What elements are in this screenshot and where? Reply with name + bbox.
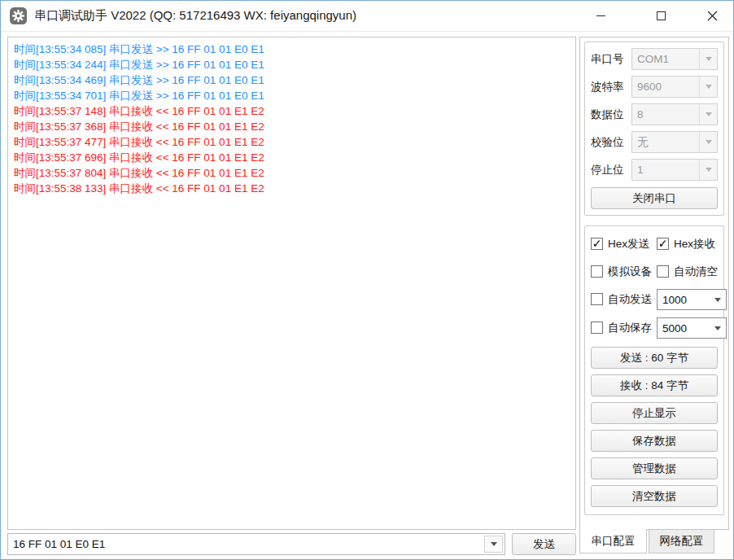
log-line: 时间[13:55:37 477] 串口接收 << 16 FF 01 01 E1 …: [14, 134, 570, 150]
send-data-combobox[interactable]: [7, 533, 505, 555]
checkbox-label: 自动保存: [608, 321, 652, 335]
config-tabbar: 串口配置 网络配置: [579, 530, 714, 554]
checkbox-icon: [657, 265, 669, 278]
baud-value: 9600: [632, 81, 699, 93]
checkbox-auto-send[interactable]: 自动发送: [591, 289, 652, 309]
send-button[interactable]: 发送: [512, 533, 576, 555]
checkbox-auto-clear[interactable]: 自动清空: [657, 261, 727, 282]
port-value: COM1: [632, 53, 699, 65]
checkbox-hex-send[interactable]: ✓ Hex发送: [591, 234, 652, 254]
serial-row-baud: 波特率 9600: [591, 76, 718, 98]
databits-value: 8: [632, 108, 699, 120]
checkbox-icon: [591, 293, 603, 305]
chevron-down-icon: [706, 85, 712, 89]
log-line: 时间[13:55:37 804] 串口接收 << 16 FF 01 01 E1 …: [14, 165, 570, 181]
sent-count-button[interactable]: 发送 : 60 字节: [591, 347, 718, 369]
send-data-input[interactable]: [8, 534, 483, 554]
stopbits-value: 1: [632, 164, 699, 176]
auto-send-interval-select[interactable]: 1000: [657, 289, 727, 310]
serial-row-parity: 校验位 无: [591, 131, 718, 153]
save-data-button[interactable]: 保存数据: [591, 430, 718, 452]
checkbox-hex-recv[interactable]: ✓ Hex接收: [657, 234, 727, 254]
serial-config-panel: 串口号 COM1 波特率 9600 数据位 8: [579, 37, 729, 530]
close-port-button[interactable]: 关闭串口: [591, 187, 718, 209]
tab-network-config[interactable]: 网络配置: [649, 530, 714, 553]
minimize-button[interactable]: [582, 1, 619, 31]
databits-label: 数据位: [591, 107, 631, 122]
parity-value: 无: [632, 135, 699, 150]
clear-data-button[interactable]: 清空数据: [591, 485, 718, 507]
checkbox-icon: ✓: [591, 238, 603, 250]
chevron-down-icon: [706, 140, 712, 144]
gear-app-icon: [10, 7, 27, 24]
chevron-down-icon: [706, 112, 712, 116]
stopbits-select[interactable]: 1: [631, 159, 718, 181]
checkbox-label: 自动发送: [608, 292, 652, 307]
checkbox-icon: [591, 322, 603, 334]
checkbox-auto-save[interactable]: 自动保存: [591, 317, 652, 338]
log-line: 时间[13:55:38 133] 串口接收 << 16 FF 01 01 E1 …: [14, 181, 570, 196]
serial-row-port: 串口号 COM1: [591, 48, 718, 70]
parity-label: 校验位: [591, 135, 631, 150]
titlebar: 串口调试助手 V2022 (QQ: 517216493 WX: feiyangq…: [1, 1, 733, 32]
databits-select[interactable]: 8: [631, 103, 718, 125]
chevron-down-icon: [714, 298, 721, 302]
parity-select[interactable]: 无: [631, 131, 718, 153]
checkbox-icon: ✓: [657, 238, 669, 250]
chevron-down-icon: [706, 57, 712, 61]
chevron-down-icon: [714, 326, 721, 330]
log-line: 时间[13:55:37 696] 串口接收 << 16 FF 01 01 E1 …: [14, 150, 570, 165]
checkbox-simulate-device[interactable]: 模拟设备: [591, 261, 652, 282]
log-line: 时间[13:55:34 469] 串口发送 >> 16 FF 01 01 E0 …: [14, 72, 570, 88]
tab-serial-config[interactable]: 串口配置: [579, 529, 647, 553]
log-line: 时间[13:55:34 085] 串口发送 >> 16 FF 01 01 E0 …: [14, 42, 570, 57]
chevron-down-icon: [491, 542, 497, 546]
checkbox-label: 自动清空: [674, 265, 718, 279]
log-line: 时间[13:55:34 244] 串口发送 >> 16 FF 01 01 E0 …: [14, 57, 570, 72]
auto-save-interval-value: 5000: [658, 322, 710, 335]
send-data-dropdown-button[interactable]: [484, 536, 503, 553]
manage-data-button[interactable]: 管理数据: [591, 457, 718, 479]
stopbits-label: 停止位: [591, 163, 631, 177]
log-line: 时间[13:55:37 368] 串口接收 << 16 FF 01 01 E1 …: [14, 119, 570, 134]
window-title: 串口调试助手 V2022 (QQ: 517216493 WX: feiyangq…: [34, 8, 356, 24]
stop-display-button[interactable]: 停止显示: [591, 402, 718, 424]
close-icon: [707, 11, 718, 21]
log-line: 时间[13:55:37 148] 串口接收 << 16 FF 01 01 E1 …: [14, 103, 570, 119]
options-group: ✓ Hex发送 ✓ Hex接收 模拟设备 自动清空 自动发送: [584, 225, 724, 515]
log-line: 时间[13:55:34 701] 串口发送 >> 16 FF 01 01 E0 …: [14, 88, 570, 103]
maximize-icon: [657, 11, 666, 20]
baud-label: 波特率: [591, 80, 631, 94]
port-label: 串口号: [591, 52, 631, 67]
serial-row-stopbits: 停止位 1: [591, 159, 718, 181]
checkbox-icon: [591, 265, 603, 278]
auto-send-interval-value: 1000: [658, 294, 710, 306]
checkbox-label: Hex接收: [674, 237, 715, 252]
minimize-icon: [596, 15, 605, 16]
maximize-button[interactable]: [642, 1, 679, 31]
baud-select[interactable]: 9600: [631, 76, 718, 98]
serial-settings-group: 串口号 COM1 波特率 9600 数据位 8: [584, 42, 724, 216]
app-window: 串口调试助手 V2022 (QQ: 517216493 WX: feiyangq…: [0, 0, 734, 560]
port-select[interactable]: COM1: [631, 48, 718, 70]
serial-row-databits: 数据位 8: [591, 103, 718, 125]
checkbox-label: Hex发送: [608, 237, 649, 252]
checkbox-label: 模拟设备: [608, 265, 652, 279]
log-area[interactable]: 时间[13:55:34 085] 串口发送 >> 16 FF 01 01 E0 …: [7, 37, 576, 530]
received-count-button[interactable]: 接收 : 84 字节: [591, 374, 718, 396]
close-button[interactable]: [693, 1, 731, 31]
auto-save-interval-select[interactable]: 5000: [657, 317, 727, 339]
chevron-down-icon: [706, 168, 712, 172]
